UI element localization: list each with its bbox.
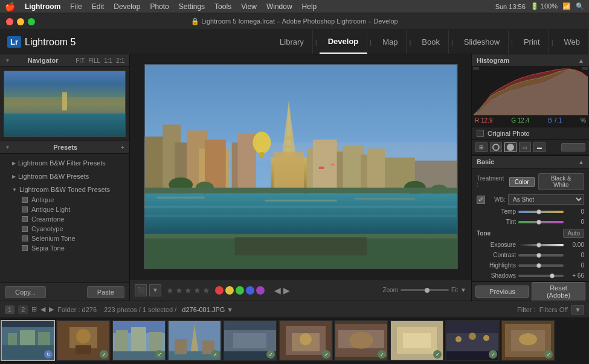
flag-dropdown[interactable]: ▼ <box>149 284 161 296</box>
star-4[interactable]: ★ <box>193 286 201 295</box>
page-num-1[interactable]: 1 <box>5 305 14 314</box>
nav-book[interactable]: Book <box>413 30 449 54</box>
preset-sepia[interactable]: Sepia Tone <box>0 243 129 253</box>
preset-selenium[interactable]: Selenium Tone <box>0 234 129 243</box>
menu-help[interactable]: Help <box>302 2 317 11</box>
highlights-knob[interactable] <box>536 263 541 268</box>
temp-slider[interactable] <box>518 211 564 213</box>
nav-prev-arrow[interactable]: ◀ <box>274 286 281 295</box>
shadows-slider[interactable] <box>518 275 564 277</box>
menu-settings[interactable]: Settings <box>179 2 205 11</box>
color-label-red[interactable] <box>215 286 224 295</box>
film-item-3[interactable]: ✓ <box>112 320 166 361</box>
preset-group-bw-header[interactable]: ▶ Lightroom B&W Presets <box>0 171 129 182</box>
fit-button[interactable]: FIT <box>76 57 85 64</box>
film-item-2[interactable]: ✓ <box>56 320 111 361</box>
navigator-preview[interactable] <box>4 71 126 137</box>
close-button[interactable] <box>6 18 13 25</box>
file-dropdown[interactable]: ▼ <box>227 306 233 313</box>
bw-treatment-btn[interactable]: Black & White <box>538 173 584 190</box>
film-item-9[interactable]: ✓ <box>445 320 500 361</box>
paste-button[interactable]: Paste <box>87 286 124 298</box>
zoom-knob[interactable] <box>425 288 430 293</box>
wb-dropdown[interactable]: As Shot Auto Daylight Cloudy <box>508 194 584 205</box>
tint-knob[interactable] <box>536 220 541 225</box>
preset-antique-light[interactable]: Antique Light <box>0 205 129 214</box>
tint-slider[interactable] <box>518 221 564 223</box>
film-item-10[interactable]: ✓ <box>501 320 555 361</box>
shadows-knob[interactable] <box>550 273 555 278</box>
menu-view[interactable]: View <box>241 2 257 11</box>
menu-edit[interactable]: Edit <box>92 2 105 11</box>
film-item-5[interactable]: ✓ <box>223 320 277 361</box>
temp-knob[interactable] <box>536 209 541 214</box>
film-item-6[interactable]: ✓ <box>278 320 333 361</box>
menu-file[interactable]: File <box>70 2 82 11</box>
tone-adjust-slider[interactable] <box>561 143 585 152</box>
nav-slideshow[interactable]: Slideshow <box>455 30 509 54</box>
preset-creamtone[interactable]: Creamtone <box>0 214 129 224</box>
preset-cyanotype[interactable]: Cyanotype <box>0 224 129 234</box>
star-2[interactable]: ★ <box>175 286 183 295</box>
zoom-dropdown-icon[interactable]: ▼ <box>460 287 466 293</box>
color-treatment-btn[interactable]: Color <box>509 177 535 187</box>
apple-menu[interactable]: 🍎 <box>5 2 15 11</box>
wb-eyedropper[interactable]: 🖉 <box>477 196 485 204</box>
copy-button[interactable]: Copy... <box>5 286 46 298</box>
menu-window[interactable]: Window <box>266 2 292 11</box>
star-1[interactable]: ★ <box>166 286 174 295</box>
zoom-2-1[interactable]: 2:1 <box>116 57 124 64</box>
preset-group-toned-header[interactable]: ▼ Lightroom B&W Toned Presets <box>0 184 129 195</box>
color-label-purple[interactable] <box>256 286 265 295</box>
preset-antique[interactable]: Antique <box>0 195 129 205</box>
flag-unflagged[interactable]: ⬛ <box>135 284 147 296</box>
zoom-slider[interactable] <box>401 289 449 291</box>
histogram-expand-icon[interactable]: ▲ <box>578 57 584 64</box>
menu-photo[interactable]: Photo <box>150 2 169 11</box>
menu-develop[interactable]: Develop <box>114 2 140 11</box>
nav-web[interactable]: Web <box>556 30 590 54</box>
nav-forward-icon[interactable]: ▶ <box>49 305 54 313</box>
tone-rect-icon[interactable]: ▭ <box>519 142 531 152</box>
tone-histogram-icon[interactable]: ⊞ <box>475 142 488 152</box>
grid-view-icon[interactable]: ⊞ <box>31 305 37 313</box>
nav-library[interactable]: Library <box>271 30 313 54</box>
photo-area[interactable] <box>130 54 471 279</box>
star-5[interactable]: ★ <box>202 286 210 295</box>
color-label-blue[interactable] <box>246 286 254 295</box>
auto-tone-button[interactable]: Auto <box>563 229 584 238</box>
tone-rect2-icon[interactable]: ▬ <box>533 142 546 152</box>
star-3[interactable]: ★ <box>184 286 192 295</box>
minimize-button[interactable] <box>17 18 24 25</box>
exposure-slider[interactable] <box>518 244 564 246</box>
nav-back-icon[interactable]: ◀ <box>40 305 45 313</box>
color-label-green[interactable] <box>236 286 244 295</box>
previous-button[interactable]: Previous <box>475 286 529 298</box>
page-num-2[interactable]: 2 <box>18 305 28 314</box>
fill-button[interactable]: FILL <box>88 57 100 64</box>
search-icon[interactable]: 🔍 <box>576 2 584 10</box>
film-item-7[interactable]: ✓ <box>334 320 388 361</box>
menu-tools[interactable]: Tools <box>214 2 231 11</box>
original-photo-checkbox[interactable] <box>477 130 484 137</box>
film-item-8[interactable]: ✓ <box>390 320 444 361</box>
file-name[interactable]: d276-001.JPG <box>182 306 225 313</box>
nav-map[interactable]: Map <box>374 30 407 54</box>
nav-print[interactable]: Print <box>515 30 549 54</box>
exposure-knob[interactable] <box>536 243 541 247</box>
zoom-1-1[interactable]: 1:1 <box>104 57 112 64</box>
nav-develop[interactable]: Develop <box>320 30 368 54</box>
tone-circle-icon[interactable] <box>490 142 502 152</box>
highlights-slider[interactable] <box>518 264 564 267</box>
preset-group-filter-header[interactable]: ▶ Lightroom B&W Filter Presets <box>0 158 129 168</box>
tone-filled-circle-icon[interactable] <box>504 142 517 152</box>
color-label-yellow[interactable] <box>225 286 234 295</box>
reset-button[interactable]: Reset (Adobe) <box>532 282 585 301</box>
film-item-1[interactable]: ↻ <box>1 320 55 361</box>
filter-dropdown[interactable]: ▼ <box>571 305 584 315</box>
basic-expand-icon[interactable]: ▲ <box>578 159 584 165</box>
maximize-button[interactable] <box>28 18 35 25</box>
contrast-knob[interactable] <box>536 253 541 258</box>
nav-next-arrow[interactable]: ▶ <box>283 286 290 295</box>
film-item-4[interactable]: ✓ <box>167 320 222 361</box>
